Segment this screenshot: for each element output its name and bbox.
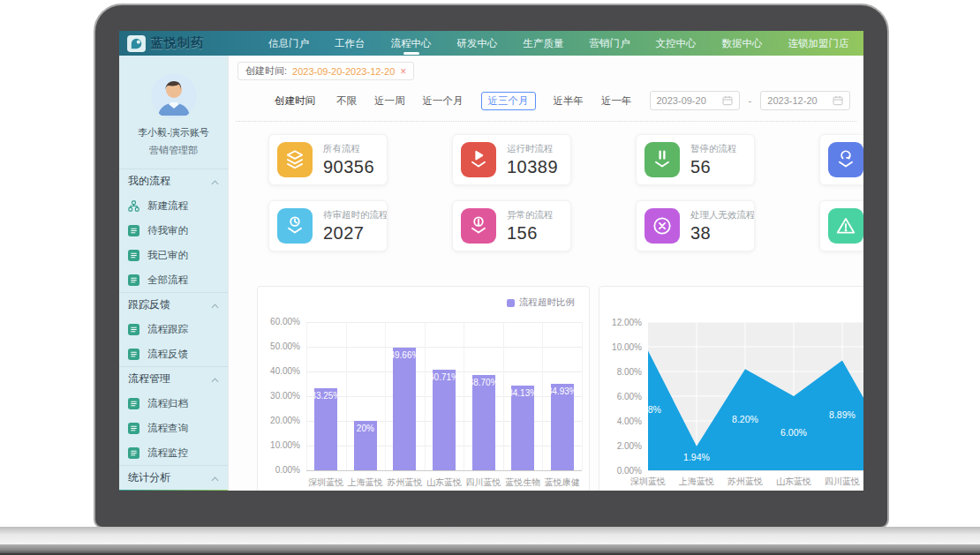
user-profile: 李小毅-演示账号 营销管理部	[119, 56, 228, 157]
document-icon	[128, 225, 139, 236]
sidebar-item-label: 流程反馈	[147, 348, 188, 361]
sidebar-item-label: 流程监控	[147, 446, 188, 460]
section-title: 统计分析	[128, 470, 170, 485]
x-axis-label: 山东蓝悦	[425, 476, 464, 489]
filter-option[interactable]: 近一周	[374, 92, 405, 110]
filter-option[interactable]: 近一年	[601, 92, 632, 110]
filter-option[interactable]: 近一个月	[423, 92, 464, 110]
sidebar-item[interactable]: 流程跟踪	[119, 317, 228, 341]
stat-card[interactable]	[819, 134, 863, 185]
stat-label: 待审超时的流程	[323, 209, 387, 221]
date-input-from[interactable]: 2023-09-20	[650, 91, 740, 110]
document-icon	[128, 349, 139, 360]
sidebar-item[interactable]: 流程归档	[119, 391, 228, 416]
bar-value-label: 33.25%	[314, 391, 337, 401]
sidebar-item[interactable]: 全部流程	[119, 267, 228, 292]
bar: 40.71%	[433, 370, 456, 470]
nav-item-2[interactable]: 工作台	[334, 32, 366, 56]
sidebar-item[interactable]: 新建流程	[119, 193, 228, 218]
x-axis-label: 蓝悦生物	[503, 476, 543, 489]
section-title: 流程管理	[128, 371, 170, 386]
svg-text:上海蓝悦: 上海蓝悦	[678, 476, 714, 486]
document-icon	[128, 324, 139, 335]
filter-tag: 创建时间: 2023-09-20-2023-12-20 ×	[237, 62, 414, 80]
svg-text:6.00%: 6.00%	[780, 427, 807, 438]
document-icon	[128, 447, 139, 459]
chart-legend[interactable]: 流程超时比例	[507, 296, 575, 309]
avatar[interactable]	[151, 73, 197, 119]
nav-item-1[interactable]: 信息门户	[268, 32, 310, 56]
stat-label: 暂停的流程	[690, 143, 737, 155]
bar: 49.66%	[393, 348, 416, 470]
sidebar-item[interactable]: 流程监控	[119, 440, 228, 465]
brand-name: 蓝悦制药	[151, 35, 204, 51]
sidebar: 李小毅-演示账号 营销管理部 我的流程新建流程待我审的我已审的全部流程跟踪反馈流…	[119, 56, 228, 491]
stat-card[interactable]: 待审超时的流程2027	[268, 200, 388, 251]
sidebar-item[interactable]: 数据分析	[119, 490, 228, 491]
svg-text:8.20%: 8.20%	[732, 414, 758, 424]
nav-item-8[interactable]: 数据中心	[721, 32, 764, 56]
stat-value: 10389	[507, 157, 558, 177]
nav-item-6[interactable]: 营销门户	[589, 32, 631, 56]
brand-logo[interactable]: 蓝悦制药	[119, 35, 234, 52]
x-circle-icon	[645, 208, 680, 244]
sidebar-item[interactable]: 流程查询	[119, 416, 228, 440]
stat-value: 2027	[323, 223, 387, 244]
y-axis-label: 40.00%	[258, 366, 300, 376]
y-axis-label: 0.00%	[258, 465, 300, 475]
stat-card[interactable]	[819, 200, 863, 251]
svg-text:1.94%: 1.94%	[683, 452, 710, 462]
stat-card[interactable]: 暂停的流程56	[636, 134, 755, 185]
sidebar-item[interactable]: 我已审的	[119, 243, 228, 267]
stat-meta: 异常的流程156	[507, 209, 554, 244]
section-title: 跟踪反馈	[128, 297, 170, 312]
stat-card[interactable]: 异常的流程156	[452, 200, 571, 251]
svg-text:9.68%: 9.68%	[635, 404, 661, 415]
y-axis-label: 20.00%	[258, 416, 300, 425]
sidebar-section-header[interactable]: 跟踪反馈	[119, 292, 228, 317]
svg-text:6.00%: 6.00%	[617, 392, 642, 401]
nav-item-3[interactable]: 流程中心	[390, 32, 433, 56]
sidebar-section-header[interactable]: 流程管理	[119, 366, 228, 391]
svg-text:2.00%: 2.00%	[617, 441, 642, 451]
nav-item-4[interactable]: 研发中心	[456, 32, 499, 56]
stat-label: 运行时流程	[507, 143, 558, 155]
laptop-mockup: 蓝悦制药 信息门户工作台流程中心研发中心生产质量营销门户文控中心数据中心连锁加盟…	[0, 0, 980, 555]
date-input-to[interactable]: 2023-12-20	[760, 91, 850, 110]
chevron-up-icon	[211, 472, 219, 484]
document-icon	[128, 423, 139, 434]
document-icon	[128, 398, 139, 409]
filter-option[interactable]: 不限	[336, 92, 357, 110]
svg-text:8.89%: 8.89%	[829, 409, 856, 420]
close-icon[interactable]: ×	[400, 66, 406, 77]
filter-option[interactable]: 近半年	[554, 92, 584, 110]
nav-item-7[interactable]: 文控中心	[655, 32, 697, 56]
svg-text:10.00%: 10.00%	[612, 342, 642, 352]
filter-label: 创建时间	[275, 94, 315, 108]
bar: 34.13%	[511, 386, 534, 470]
sidebar-section-header[interactable]: 我的流程	[119, 169, 228, 193]
sidebar-item[interactable]: 待我审的	[119, 218, 228, 243]
sitemap-icon	[128, 200, 139, 212]
nav-item-9[interactable]: 连锁加盟门店	[788, 32, 850, 56]
stat-card[interactable]: 所有流程90356	[268, 134, 388, 185]
svg-text:4.00%: 4.00%	[617, 416, 642, 426]
user-dept: 营销管理部	[119, 144, 228, 157]
stat-meta: 处理人无效流程38	[690, 209, 754, 244]
user-name: 李小毅-演示账号	[119, 126, 228, 139]
sidebar-section-header[interactable]: 统计分析	[119, 465, 228, 490]
svg-text:0.00%: 0.00%	[617, 466, 642, 476]
stat-value: 90356	[323, 157, 374, 177]
stat-card[interactable]: 运行时流程10389	[452, 134, 571, 185]
nav-item-5[interactable]: 生产质量	[523, 32, 565, 56]
y-axis-label: 50.00%	[258, 341, 300, 351]
sidebar-item-label: 流程跟踪	[147, 323, 188, 336]
top-nav: 蓝悦制药 信息门户工作台流程中心研发中心生产质量营销门户文控中心数据中心连锁加盟…	[119, 31, 863, 56]
filter-option[interactable]: 近三个月	[481, 92, 536, 110]
stat-card[interactable]: 处理人无效流程38	[636, 200, 755, 251]
gridline	[503, 322, 504, 470]
layers-icon	[277, 142, 313, 177]
document-icon	[128, 274, 139, 286]
sidebar-item[interactable]: 流程反馈	[119, 341, 228, 366]
chevron-up-icon	[211, 299, 219, 311]
